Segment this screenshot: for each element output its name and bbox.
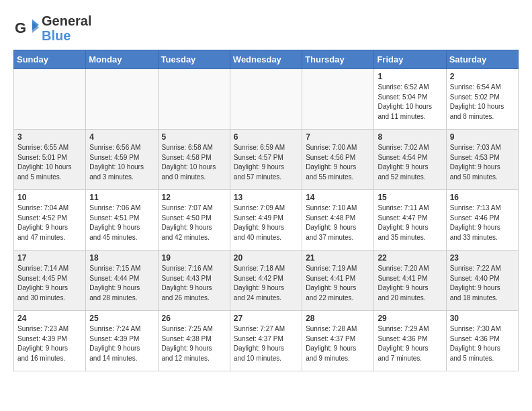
calendar-cell: 16Sunrise: 7:13 AM Sunset: 4:46 PM Dayli… (446, 190, 518, 250)
weekday-header: Wednesday (230, 50, 302, 69)
day-info: Sunrise: 7:04 AM Sunset: 4:52 PM Dayligh… (17, 203, 82, 242)
day-info: Sunrise: 6:54 AM Sunset: 5:02 PM Dayligh… (450, 83, 515, 122)
day-number: 9 (450, 132, 515, 142)
weekday-header-row: SundayMondayTuesdayWednesdayThursdayFrid… (14, 50, 519, 69)
day-info: Sunrise: 7:11 AM Sunset: 4:47 PM Dayligh… (378, 203, 442, 242)
day-info: Sunrise: 7:16 AM Sunset: 4:43 PM Dayligh… (162, 264, 226, 303)
day-info: Sunrise: 7:30 AM Sunset: 4:36 PM Dayligh… (450, 324, 515, 363)
day-number: 2 (450, 72, 515, 81)
weekday-header: Saturday (446, 50, 518, 69)
logo-icon: G (13, 15, 39, 41)
day-info: Sunrise: 7:14 AM Sunset: 4:45 PM Dayligh… (17, 264, 82, 303)
calendar-cell: 29Sunrise: 7:29 AM Sunset: 4:36 PM Dayli… (374, 311, 446, 371)
day-info: Sunrise: 7:10 AM Sunset: 4:48 PM Dayligh… (306, 203, 370, 242)
calendar-cell: 6Sunrise: 6:59 AM Sunset: 4:57 PM Daylig… (230, 130, 302, 190)
day-number: 26 (162, 314, 226, 323)
calendar-cell: 12Sunrise: 7:07 AM Sunset: 4:50 PM Dayli… (158, 190, 230, 250)
day-info: Sunrise: 7:06 AM Sunset: 4:51 PM Dayligh… (89, 203, 154, 242)
day-number: 19 (162, 253, 226, 263)
day-info: Sunrise: 7:03 AM Sunset: 4:53 PM Dayligh… (450, 143, 515, 182)
day-number: 28 (306, 314, 370, 323)
day-number: 30 (450, 314, 515, 323)
day-number: 23 (450, 253, 515, 263)
day-info: Sunrise: 6:56 AM Sunset: 4:59 PM Dayligh… (89, 143, 154, 182)
logo-line1: General (42, 13, 91, 28)
weekday-header: Sunday (14, 50, 86, 69)
calendar-cell: 25Sunrise: 7:24 AM Sunset: 4:39 PM Dayli… (86, 311, 158, 371)
day-number: 15 (378, 193, 442, 202)
calendar-cell: 28Sunrise: 7:28 AM Sunset: 4:37 PM Dayli… (302, 311, 374, 371)
calendar-cell: 17Sunrise: 7:14 AM Sunset: 4:45 PM Dayli… (14, 250, 86, 311)
calendar-cell (302, 69, 374, 130)
day-number: 22 (378, 253, 442, 263)
day-number: 3 (17, 132, 82, 142)
day-number: 24 (17, 314, 82, 323)
day-number: 16 (450, 193, 515, 202)
calendar-cell: 20Sunrise: 7:18 AM Sunset: 4:42 PM Dayli… (230, 250, 302, 311)
calendar-cell: 30Sunrise: 7:30 AM Sunset: 4:36 PM Dayli… (446, 311, 518, 371)
day-info: Sunrise: 7:18 AM Sunset: 4:42 PM Dayligh… (234, 264, 298, 303)
weekday-header: Monday (86, 50, 158, 69)
day-info: Sunrise: 7:09 AM Sunset: 4:49 PM Dayligh… (234, 203, 298, 242)
calendar-cell: 23Sunrise: 7:22 AM Sunset: 4:40 PM Dayli… (446, 250, 518, 311)
calendar-cell (86, 69, 158, 130)
calendar-week-row: 17Sunrise: 7:14 AM Sunset: 4:45 PM Dayli… (14, 250, 519, 311)
weekday-header: Friday (374, 50, 446, 69)
day-info: Sunrise: 7:28 AM Sunset: 4:37 PM Dayligh… (306, 324, 370, 363)
day-number: 10 (17, 193, 82, 202)
calendar-cell: 11Sunrise: 7:06 AM Sunset: 4:51 PM Dayli… (86, 190, 158, 250)
calendar-cell: 10Sunrise: 7:04 AM Sunset: 4:52 PM Dayli… (14, 190, 86, 250)
logo: G General Blue (13, 13, 91, 43)
day-number: 7 (306, 132, 370, 142)
day-info: Sunrise: 7:13 AM Sunset: 4:46 PM Dayligh… (450, 203, 515, 242)
svg-text:G: G (15, 19, 26, 36)
weekday-header: Tuesday (158, 50, 230, 69)
day-number: 8 (378, 132, 442, 142)
day-info: Sunrise: 6:52 AM Sunset: 5:04 PM Dayligh… (378, 83, 442, 122)
day-info: Sunrise: 7:27 AM Sunset: 4:37 PM Dayligh… (234, 324, 298, 363)
day-number: 18 (89, 253, 154, 263)
day-number: 17 (17, 253, 82, 263)
day-number: 29 (378, 314, 442, 323)
day-number: 27 (234, 314, 298, 323)
day-number: 25 (89, 314, 154, 323)
calendar-cell: 19Sunrise: 7:16 AM Sunset: 4:43 PM Dayli… (158, 250, 230, 311)
calendar-week-row: 24Sunrise: 7:23 AM Sunset: 4:39 PM Dayli… (14, 311, 519, 371)
calendar-cell: 15Sunrise: 7:11 AM Sunset: 4:47 PM Dayli… (374, 190, 446, 250)
calendar-cell (158, 69, 230, 130)
calendar-cell: 7Sunrise: 7:00 AM Sunset: 4:56 PM Daylig… (302, 130, 374, 190)
day-info: Sunrise: 6:59 AM Sunset: 4:57 PM Dayligh… (234, 143, 298, 182)
day-info: Sunrise: 7:00 AM Sunset: 4:56 PM Dayligh… (306, 143, 370, 182)
calendar-week-row: 3Sunrise: 6:55 AM Sunset: 5:01 PM Daylig… (14, 130, 519, 190)
day-info: Sunrise: 6:58 AM Sunset: 4:58 PM Dayligh… (162, 143, 226, 182)
calendar-cell: 5Sunrise: 6:58 AM Sunset: 4:58 PM Daylig… (158, 130, 230, 190)
weekday-header: Thursday (302, 50, 374, 69)
day-number: 6 (234, 132, 298, 142)
day-info: Sunrise: 7:29 AM Sunset: 4:36 PM Dayligh… (378, 324, 442, 363)
calendar-cell: 22Sunrise: 7:20 AM Sunset: 4:41 PM Dayli… (374, 250, 446, 311)
calendar-week-row: 10Sunrise: 7:04 AM Sunset: 4:52 PM Dayli… (14, 190, 519, 250)
day-number: 13 (234, 193, 298, 202)
logo-line2: Blue (42, 28, 91, 43)
day-info: Sunrise: 7:19 AM Sunset: 4:41 PM Dayligh… (306, 264, 370, 303)
day-info: Sunrise: 7:23 AM Sunset: 4:39 PM Dayligh… (17, 324, 82, 363)
day-info: Sunrise: 7:15 AM Sunset: 4:44 PM Dayligh… (89, 264, 154, 303)
calendar-cell (14, 69, 86, 130)
calendar-cell: 27Sunrise: 7:27 AM Sunset: 4:37 PM Dayli… (230, 311, 302, 371)
calendar-table: SundayMondayTuesdayWednesdayThursdayFrid… (13, 50, 519, 371)
day-info: Sunrise: 7:22 AM Sunset: 4:40 PM Dayligh… (450, 264, 515, 303)
calendar-cell: 2Sunrise: 6:54 AM Sunset: 5:02 PM Daylig… (446, 69, 518, 130)
day-info: Sunrise: 7:25 AM Sunset: 4:38 PM Dayligh… (162, 324, 226, 363)
calendar-cell (230, 69, 302, 130)
day-number: 20 (234, 253, 298, 263)
day-number: 1 (378, 72, 442, 81)
calendar-cell: 9Sunrise: 7:03 AM Sunset: 4:53 PM Daylig… (446, 130, 518, 190)
day-info: Sunrise: 7:24 AM Sunset: 4:39 PM Dayligh… (89, 324, 154, 363)
day-number: 12 (162, 193, 226, 202)
calendar-cell: 26Sunrise: 7:25 AM Sunset: 4:38 PM Dayli… (158, 311, 230, 371)
day-number: 21 (306, 253, 370, 263)
day-info: Sunrise: 6:55 AM Sunset: 5:01 PM Dayligh… (17, 143, 82, 182)
calendar-week-row: 1Sunrise: 6:52 AM Sunset: 5:04 PM Daylig… (14, 69, 519, 130)
day-info: Sunrise: 7:07 AM Sunset: 4:50 PM Dayligh… (162, 203, 226, 242)
day-number: 5 (162, 132, 226, 142)
